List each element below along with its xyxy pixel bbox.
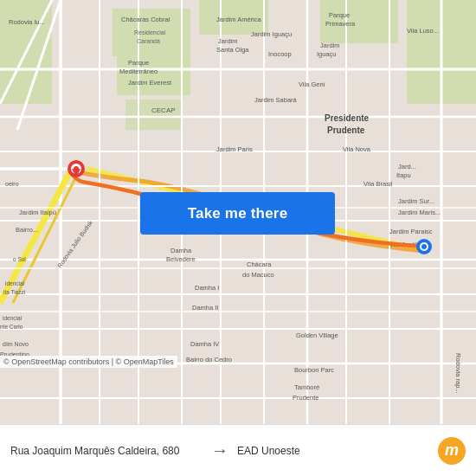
- svg-text:Chácara: Chácara: [247, 261, 272, 268]
- svg-text:Jardim Iguaçu: Jardim Iguaçu: [251, 30, 292, 38]
- svg-point-100: [421, 244, 427, 249]
- svg-text:Jard...: Jard...: [398, 163, 416, 170]
- svg-text:Bairro do Cedro: Bairro do Cedro: [186, 356, 232, 363]
- svg-text:Prudente: Prudente: [293, 394, 318, 402]
- svg-text:Carandá: Carandá: [137, 38, 160, 44]
- route-to: EAD Unoeste: [237, 445, 429, 457]
- svg-text:oeiro: oeiro: [5, 181, 19, 187]
- moovit-icon: m: [438, 437, 466, 465]
- svg-text:Presidente: Presidente: [325, 113, 370, 123]
- svg-text:Iguaçu: Iguaçu: [317, 50, 337, 58]
- route-to-label: EAD Unoeste: [237, 445, 300, 457]
- arrow-icon: →: [211, 441, 228, 460]
- svg-text:Santa Olga: Santa Olga: [216, 46, 249, 54]
- route-from-label: Rua Joaquim Marquês Caldeira, 680: [10, 445, 179, 457]
- svg-text:Itapu: Itapu: [396, 171, 411, 179]
- route-from: Rua Joaquim Marquês Caldeira, 680: [10, 445, 203, 457]
- svg-text:Damha: Damha: [170, 247, 192, 254]
- svg-text:Damha I: Damha I: [195, 284, 219, 292]
- svg-text:Prudente: Prudente: [327, 125, 365, 135]
- svg-text:Golden Village: Golden Village: [296, 331, 338, 339]
- take-me-there-button[interactable]: Take me there: [140, 192, 335, 235]
- svg-text:Jardim: Jardim: [320, 42, 340, 49]
- svg-text:Jardim: Jardim: [218, 37, 238, 45]
- moovit-logo: m: [438, 437, 466, 465]
- svg-text:Jardim Maris...: Jardim Maris...: [398, 209, 441, 216]
- svg-text:Vila Nova: Vila Nova: [343, 145, 371, 153]
- svg-text:Vila Geni: Vila Geni: [299, 80, 325, 88]
- map-container: Rodovia lu... Châcaras Cobral Residencia…: [0, 0, 476, 424]
- map-attribution: © OpenStreetMap contributors | © OpenMap…: [0, 356, 177, 368]
- svg-text:Châcaras Cobral: Châcaras Cobral: [121, 16, 170, 23]
- svg-text:Parque: Parque: [128, 59, 149, 67]
- svg-text:Jardim Itaipú: Jardim Itaipú: [19, 209, 56, 216]
- svg-text:Vila Luso...: Vila Luso...: [407, 27, 439, 35]
- svg-text:Bourbon Parc: Bourbon Parc: [294, 366, 334, 374]
- svg-text:Bairro...: Bairro...: [16, 226, 38, 234]
- svg-text:Vila Brasil: Vila Brasil: [363, 180, 393, 188]
- svg-text:Mediterrâneo: Mediterrâneo: [119, 68, 158, 75]
- svg-text:do Macuco: do Macuco: [242, 271, 274, 279]
- svg-text:ita Tiezzi: ita Tiezzi: [3, 289, 25, 295]
- svg-text:Residencial: Residencial: [134, 29, 166, 35]
- svg-text:CECAP: CECAP: [151, 106, 176, 114]
- svg-text:Jardim Paris: Jardim Paris: [216, 145, 253, 153]
- svg-text:dím Novo: dím Novo: [3, 341, 29, 347]
- svg-text:Tamboré: Tamboré: [294, 383, 319, 391]
- svg-text:Jardim América: Jardim América: [216, 16, 262, 23]
- svg-text:Jardim Paraisc: Jardim Paraisc: [389, 228, 433, 235]
- svg-text:Jardim Sur...: Jardim Sur...: [398, 197, 434, 205]
- svg-text:Jardim Everest: Jardim Everest: [128, 79, 172, 87]
- svg-text:o Sol: o Sol: [13, 256, 26, 262]
- svg-text:Rodovia rap...: Rodovia rap...: [454, 353, 462, 394]
- svg-text:Belvedere: Belvedere: [166, 255, 196, 263]
- svg-text:Inocoop: Inocoop: [268, 50, 292, 58]
- svg-rect-8: [125, 100, 182, 130]
- svg-text:Damha II: Damha II: [192, 304, 218, 312]
- svg-text:nte Carlo: nte Carlo: [0, 324, 23, 330]
- svg-text:idencial: idencial: [5, 280, 25, 286]
- bottom-bar: Rua Joaquim Marquês Caldeira, 680 → EAD …: [0, 424, 476, 476]
- svg-text:Jardim Sabará: Jardim Sabará: [254, 96, 298, 104]
- svg-text:idencial: idencial: [3, 315, 23, 321]
- svg-text:Damha IV: Damha IV: [190, 340, 219, 348]
- svg-text:Rodovia lu...: Rodovia lu...: [9, 18, 45, 26]
- svg-text:Parque: Parque: [329, 11, 350, 19]
- svg-text:Primavera: Primavera: [325, 20, 356, 28]
